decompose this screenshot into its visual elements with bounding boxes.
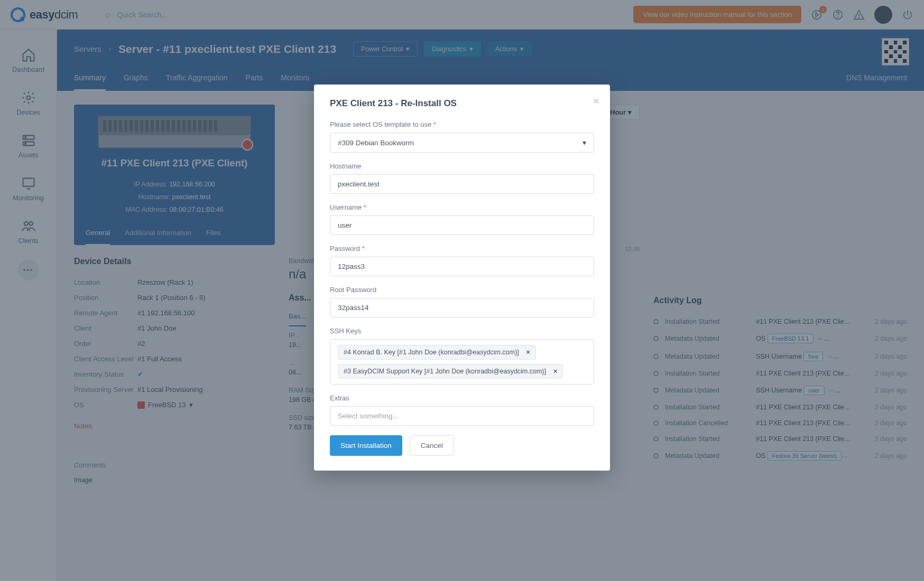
reinstall-os-modal: × PXE Client 213 - Re-Install OS Please …	[314, 85, 610, 471]
chevron-down-icon: ▾	[583, 138, 586, 147]
remove-ssh-key-icon[interactable]: ×	[526, 349, 530, 356]
modal-title: PXE Client 213 - Re-Install OS	[330, 98, 594, 109]
password-input[interactable]	[330, 257, 594, 276]
extras-select[interactable]: Select something...	[330, 406, 594, 426]
remove-ssh-key-icon[interactable]: ×	[553, 368, 557, 375]
username-label: Username *	[330, 203, 594, 211]
password-label: Password *	[330, 245, 594, 252]
username-input[interactable]	[330, 215, 594, 235]
os-template-select[interactable]: #309 Debian Bookworm▾	[330, 133, 594, 153]
root-password-input[interactable]	[330, 298, 594, 317]
ssh-keys-box[interactable]: #4 Konrad B. Key [#1 John Doe (konradbi@…	[330, 339, 594, 385]
modal-overlay[interactable]: × PXE Client 213 - Re-Install OS Please …	[0, 0, 924, 581]
hostname-input[interactable]	[330, 174, 594, 194]
start-installation-button[interactable]: Start Installation	[330, 435, 402, 456]
ssh-key-chip: #4 Konrad B. Key [#1 John Doe (konradbi@…	[338, 345, 536, 360]
ssh-key-chip: #3 EasyDCIM Support Key [#1 John Doe (ko…	[338, 364, 563, 379]
extras-label: Extras	[330, 394, 594, 402]
cancel-button[interactable]: Cancel	[410, 435, 454, 456]
hostname-label: Hostname	[330, 162, 594, 170]
close-icon[interactable]: ×	[593, 95, 599, 107]
root-password-label: Root Password	[330, 286, 594, 294]
os-template-label: Please select OS template to use *	[330, 120, 594, 128]
ssh-keys-label: SSH Keys	[330, 327, 594, 335]
